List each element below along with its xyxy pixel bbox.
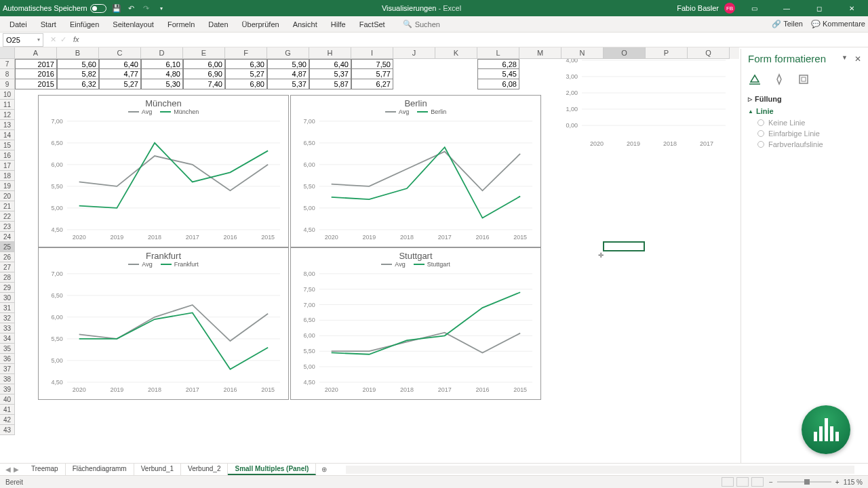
row-header[interactable]: 21 xyxy=(0,201,15,211)
add-sheet-icon[interactable]: ⊕ xyxy=(316,466,332,473)
col-header[interactable]: C xyxy=(99,47,141,59)
effects-icon[interactable] xyxy=(772,73,786,86)
ribbon-tab-factset[interactable]: FactSet xyxy=(353,18,392,31)
cell[interactable]: 6,40 xyxy=(99,59,141,69)
cell[interactable]: 4,87 xyxy=(267,69,309,79)
line-option[interactable]: Farbverlaufslinie xyxy=(748,139,861,150)
sheet-prev-icon[interactable]: ◀ xyxy=(5,466,11,473)
sheet-next-icon[interactable]: ▶ xyxy=(14,466,19,473)
ribbon-tab-hilfe[interactable]: Hilfe xyxy=(324,18,353,31)
row-header[interactable]: 15 xyxy=(0,140,15,150)
line-section-header[interactable]: ▲ Linie xyxy=(748,105,861,117)
row-header[interactable]: 32 xyxy=(0,313,15,323)
maximize-icon[interactable]: ◻ xyxy=(806,0,833,16)
row-header[interactable]: 13 xyxy=(0,120,15,130)
fill-section-header[interactable]: ▷ Füllung xyxy=(748,93,861,105)
row-header[interactable]: 23 xyxy=(0,222,15,232)
row-header[interactable]: 39 xyxy=(0,384,15,394)
row-header[interactable]: 33 xyxy=(0,323,15,333)
cell[interactable]: 6,00 xyxy=(183,59,225,69)
ribbon-tab-überprüfen[interactable]: Überprüfen xyxy=(235,18,286,31)
col-header[interactable]: A xyxy=(15,47,57,59)
user-name[interactable]: Fabio Basler xyxy=(677,4,719,12)
ribbon-tab-ansicht[interactable]: Ansicht xyxy=(286,18,324,31)
chart-panel-stuttgart[interactable]: StuttgartAvgStuttgart4,505,005,506,006,5… xyxy=(290,247,541,400)
col-header[interactable]: M xyxy=(519,47,561,59)
cell[interactable]: 5,30 xyxy=(141,79,183,89)
row-header[interactable]: 12 xyxy=(0,110,15,120)
ribbon-tab-daten[interactable]: Daten xyxy=(201,18,235,31)
row-header[interactable]: 10 xyxy=(0,89,15,100)
undo-icon[interactable]: ↶ xyxy=(127,3,136,13)
formula-input[interactable] xyxy=(86,33,868,47)
row-header[interactable]: 36 xyxy=(0,354,15,364)
row-header[interactable]: 35 xyxy=(0,344,15,354)
ribbon-tab-einfügen[interactable]: Einfügen xyxy=(63,18,106,31)
col-header[interactable]: O xyxy=(604,47,646,59)
row-header[interactable]: 17 xyxy=(0,161,15,171)
zoom-in-icon[interactable]: + xyxy=(835,479,840,486)
row-header[interactable]: 20 xyxy=(0,191,15,201)
line-option[interactable]: Keine Linie xyxy=(748,117,861,128)
cell[interactable]: 7,40 xyxy=(183,79,225,89)
cell[interactable]: 2016 xyxy=(15,69,57,79)
cell[interactable]: 5,90 xyxy=(267,59,309,69)
cell[interactable]: 6,27 xyxy=(351,79,393,89)
save-icon[interactable]: 💾 xyxy=(112,3,121,13)
zoom-level[interactable]: 115 % xyxy=(844,479,863,486)
format-pane-dropdown-icon[interactable]: ▼ xyxy=(842,54,848,64)
row-header[interactable]: 34 xyxy=(0,333,15,344)
minimize-icon[interactable]: — xyxy=(773,0,800,16)
chart-panel-münchen[interactable]: MünchenAvgMünchen4,505,005,506,006,507,0… xyxy=(38,95,289,247)
row-header[interactable]: 25 xyxy=(0,242,15,252)
cell[interactable]: 4,80 xyxy=(141,69,183,79)
sheet-tab[interactable]: Verbund_2 xyxy=(181,464,228,475)
ribbon-tab-datei[interactable]: Datei xyxy=(3,18,34,31)
row-header[interactable]: 31 xyxy=(0,303,15,313)
col-header[interactable]: J xyxy=(393,47,435,59)
cell[interactable]: 5,82 xyxy=(57,69,99,79)
cell[interactable]: 5,77 xyxy=(351,69,393,79)
cell[interactable]: 5,27 xyxy=(99,79,141,89)
col-header[interactable]: B xyxy=(57,47,99,59)
size-props-icon[interactable] xyxy=(797,73,810,86)
view-break-icon[interactable] xyxy=(751,477,764,487)
row-header[interactable]: 43 xyxy=(0,425,15,435)
row-header[interactable]: 28 xyxy=(0,272,15,283)
row-header[interactable]: 38 xyxy=(0,374,15,384)
cell[interactable]: 5,60 xyxy=(57,59,99,69)
format-pane-close-icon[interactable]: ✕ xyxy=(854,54,861,64)
share-button[interactable]: 🔗 Teilen xyxy=(772,20,803,28)
col-header[interactable]: D xyxy=(141,47,183,59)
cell[interactable]: 6,08 xyxy=(477,79,519,89)
redo-icon[interactable]: ↷ xyxy=(142,3,151,13)
ribbon-tab-formeln[interactable]: Formeln xyxy=(161,18,201,31)
sheet-tab[interactable]: Verbund_1 xyxy=(134,464,181,475)
col-header[interactable]: I xyxy=(351,47,393,59)
comments-button[interactable]: 💬 Kommentare xyxy=(811,20,865,28)
cell[interactable]: 6,32 xyxy=(57,79,99,89)
row-header[interactable]: 41 xyxy=(0,405,15,415)
row-header[interactable]: 37 xyxy=(0,364,15,374)
ribbon-tab-start[interactable]: Start xyxy=(34,18,63,31)
search-icon[interactable]: 🔍 xyxy=(403,20,412,28)
cell[interactable]: 5,45 xyxy=(477,69,519,79)
name-box[interactable]: O25▾ xyxy=(3,33,43,47)
sheet-tab[interactable]: Small Multiples (Panel) xyxy=(228,464,316,475)
chart-panel-berlin[interactable]: BerlinAvgBerlin4,505,005,506,006,507,002… xyxy=(290,95,541,247)
row-header[interactable]: 18 xyxy=(0,171,15,181)
cell[interactable]: 5,87 xyxy=(309,79,351,89)
accept-fx-icon[interactable]: ✓ xyxy=(60,35,66,44)
cell[interactable]: 2015 xyxy=(15,79,57,89)
view-normal-icon[interactable] xyxy=(722,477,734,487)
row-header[interactable]: 42 xyxy=(0,415,15,425)
cell[interactable]: 6,30 xyxy=(225,59,267,69)
cell[interactable]: 6,40 xyxy=(309,59,351,69)
cell[interactable]: 5,27 xyxy=(225,69,267,79)
sheet-tab[interactable]: Flächendiagramm xyxy=(66,464,134,475)
row-header[interactable]: 11 xyxy=(0,100,15,110)
cell[interactable]: 5,37 xyxy=(309,69,351,79)
sheet-tab[interactable]: Treemap xyxy=(24,464,66,475)
col-header[interactable]: H xyxy=(309,47,351,59)
cell[interactable]: 2017 xyxy=(15,59,57,69)
